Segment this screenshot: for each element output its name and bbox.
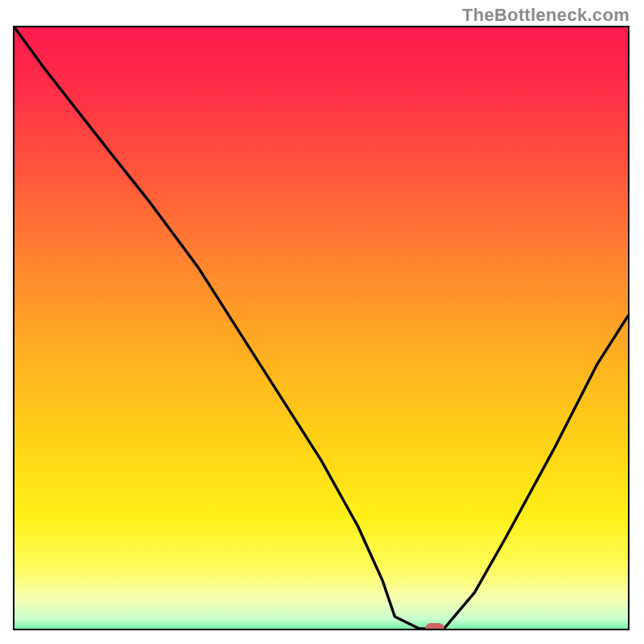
- curve-overlay: [14, 27, 628, 629]
- valley-marker: [425, 623, 444, 630]
- plot-area: [13, 26, 630, 630]
- bottleneck-curve: [14, 27, 628, 629]
- chart-container: TheBottleneck.com: [0, 0, 644, 644]
- watermark-text: TheBottleneck.com: [462, 5, 630, 26]
